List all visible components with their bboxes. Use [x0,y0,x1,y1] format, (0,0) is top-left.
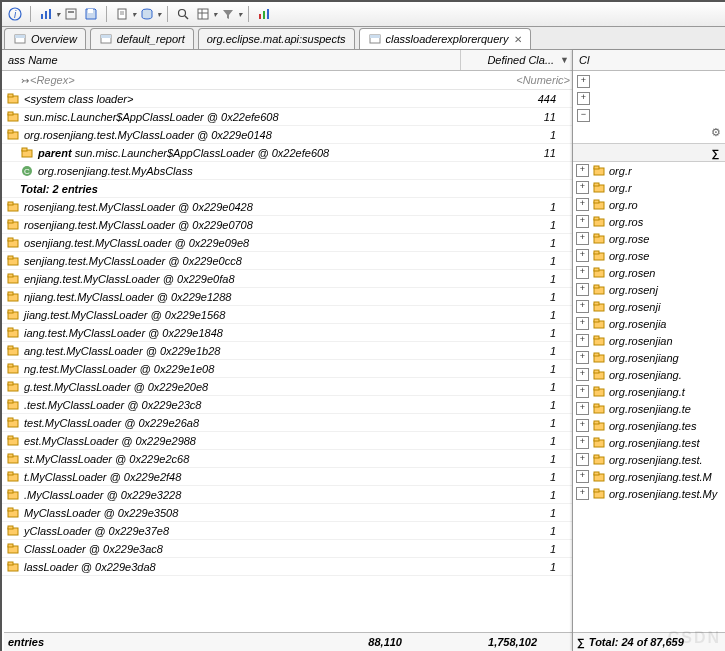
right-list-item[interactable]: +org.ros [573,213,725,230]
tab-2[interactable]: org.eclipse.mat.api:suspects [198,28,355,49]
report-icon [99,32,113,46]
dropdown-icon[interactable]: ▾ [56,10,60,19]
svg-rect-85 [594,217,599,220]
classloader-icon [592,181,606,195]
svg-rect-3 [45,11,47,19]
tab-bar: Overviewdefault_reportorg.eclipse.mat.ap… [2,27,725,50]
right-list-item[interactable]: +org.rosen [573,264,725,281]
right-list-item[interactable]: +org.rosenjiang.t [573,383,725,400]
expand-icon[interactable]: + [577,75,590,88]
expand-icon[interactable]: + [576,181,589,194]
row-label: rosenjiang.test.MyClassLoader @ 0x229e04… [24,201,253,213]
right-item-label: org.rosenjiang. [609,369,682,381]
expand-icon[interactable]: + [576,317,589,330]
expand-icon[interactable]: + [576,453,589,466]
right-list-item[interactable]: +org.r [573,179,725,196]
close-icon[interactable]: ✕ [514,34,522,45]
numeric-filter-1[interactable]: <Numeric> [461,71,576,89]
right-item-label: org.rose [609,250,649,262]
row-label: <system class loader> [24,93,133,105]
right-item-label: org.rosenjiang.tes [609,420,696,432]
expand-icon[interactable]: + [576,402,589,415]
table-icon[interactable] [194,5,212,23]
right-list-item[interactable]: +org.rosenjian [573,332,725,349]
expand-icon[interactable]: + [576,232,589,245]
tab-1[interactable]: default_report [90,28,194,49]
classloader-icon [592,232,606,246]
right-item-label: org.rosenji [609,301,660,313]
footer-defined: 88,110 [287,636,412,648]
right-list-item[interactable]: +org.rosenjiang. [573,366,725,383]
expand-icon[interactable]: + [576,351,589,364]
right-list-item[interactable]: +org.rose [573,230,725,247]
right-list-item[interactable]: +org.ro [573,196,725,213]
right-list-item[interactable]: +org.rosenj [573,281,725,298]
col-defined-classes[interactable]: Defined Cla... ▼ [461,50,576,70]
svg-rect-45 [8,274,13,277]
dropdown-icon[interactable]: ▾ [213,10,217,19]
expand-icon[interactable]: + [576,436,589,449]
right-panel-header[interactable]: Cl [573,50,725,71]
info-icon[interactable]: i [6,5,24,23]
row-label: yClassLoader @ 0x229e37e8 [24,525,169,537]
dropdown-icon[interactable]: ▾ [238,10,242,19]
search-icon[interactable] [174,5,192,23]
right-item-label: org.rosenjiang.test [609,437,700,449]
right-list-item[interactable]: +org.rosenjia [573,315,725,332]
expand-icon[interactable]: + [576,368,589,381]
svg-rect-79 [594,166,599,169]
right-list-item[interactable]: +org.rosenjiang [573,349,725,366]
classloader-icon [6,344,20,358]
svg-rect-5 [66,9,76,19]
tab-3[interactable]: classloaderexplorerquery✕ [359,28,532,49]
db-icon[interactable] [138,5,156,23]
classloader-icon [592,487,606,501]
expand-icon[interactable]: + [576,300,589,313]
row-label: test.MyClassLoader @ 0x229e26a8 [24,417,199,429]
right-list-item[interactable]: +org.rosenji [573,298,725,315]
expand-icon[interactable]: + [576,487,589,500]
row-label: njiang.test.MyClassLoader @ 0x229e1288 [24,291,231,303]
report-icon[interactable] [113,5,131,23]
svg-rect-49 [8,310,13,313]
expand-icon[interactable]: + [576,266,589,279]
row-label: ClassLoader @ 0x229e3ac8 [24,543,163,555]
sigma-icon: ∑ [577,636,585,648]
tab-0[interactable]: Overview [4,28,86,49]
right-list-item[interactable]: +org.rosenjiang.test.My [573,485,725,502]
separator [30,6,31,22]
query-icon[interactable] [62,5,80,23]
expand-icon[interactable]: + [576,215,589,228]
filter-icon[interactable] [219,5,237,23]
chart-icon[interactable] [37,5,55,23]
expand-icon[interactable]: + [576,164,589,177]
right-list-item[interactable]: +org.rosenjiang.test.M [573,468,725,485]
expand-icon[interactable]: + [576,283,589,296]
gear-icon[interactable]: ⚙ [711,126,721,139]
right-list-item[interactable]: +org.r [573,162,725,179]
cell-defined: 1 [441,219,566,231]
expand-icon[interactable]: + [576,419,589,432]
expand-icon[interactable]: + [576,385,589,398]
dropdown-icon[interactable]: ▾ [132,10,136,19]
right-list-item[interactable]: +org.rosenjiang.te [573,400,725,417]
col-class-name[interactable]: ass Name [2,50,461,70]
save-icon[interactable] [82,5,100,23]
expand-icon[interactable]: + [576,198,589,211]
classloader-icon [592,470,606,484]
expand-icon[interactable]: + [576,249,589,262]
expand-icon[interactable]: + [576,334,589,347]
dropdown-icon[interactable]: ▾ [157,10,161,19]
classloader-icon [6,92,20,106]
expand-icon[interactable]: − [577,109,590,122]
chart2-icon[interactable] [255,5,273,23]
right-list-item[interactable]: +org.rosenjiang.test [573,434,725,451]
svg-rect-4 [49,9,51,19]
right-list-item[interactable]: +org.rosenjiang.test. [573,451,725,468]
right-list-item[interactable]: +org.rosenjiang.tes [573,417,725,434]
right-list-item[interactable]: +org.rose [573,247,725,264]
expand-icon[interactable]: + [577,92,590,105]
svg-rect-31 [8,130,13,133]
regex-placeholder[interactable]: <Regex> [30,74,75,86]
expand-icon[interactable]: + [576,470,589,483]
